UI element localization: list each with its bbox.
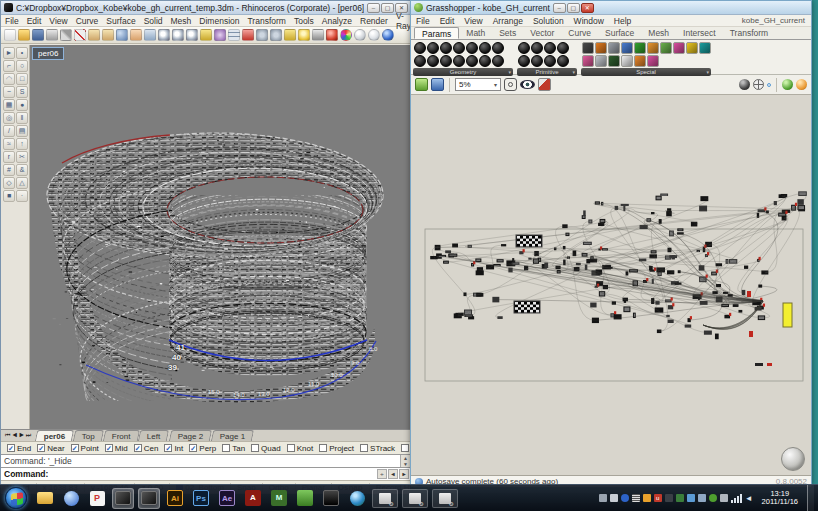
osnap-knot[interactable]: Knot [287, 444, 313, 453]
osnap-end[interactable]: ✓End [7, 444, 31, 453]
zoom-icon[interactable] [158, 29, 170, 41]
rhino-menu-surface[interactable]: Surface [102, 16, 139, 26]
special-param-icon[interactable] [595, 42, 607, 54]
geometry-param-icon[interactable] [440, 42, 452, 54]
osnap-project[interactable]: Project [319, 444, 354, 453]
point-tool-icon[interactable]: • [16, 47, 28, 59]
rhino-menu-view[interactable]: View [45, 16, 71, 26]
taskbar-window-2[interactable] [402, 489, 428, 508]
taskbar-app-dark[interactable] [320, 488, 342, 509]
geometry-param-icon[interactable] [479, 55, 491, 67]
gh-maximize-button[interactable]: ▢ [567, 3, 580, 13]
new-file-icon[interactable] [4, 29, 16, 41]
special-param-icon[interactable] [647, 42, 659, 54]
osnap-int[interactable]: ✓Int [164, 444, 183, 453]
geometry-param-icon[interactable] [492, 42, 504, 54]
tab-sets[interactable]: Sets [492, 27, 523, 39]
gh-canvas[interactable] [411, 95, 811, 475]
surface-tool-icon[interactable]: ▤ [16, 125, 28, 137]
osnap-cen[interactable]: ✓Cen [134, 444, 159, 453]
bake-icon[interactable] [782, 79, 793, 90]
special-param-icon[interactable] [699, 42, 711, 54]
osnap-mid[interactable]: ✓Mid [105, 444, 128, 453]
gh-menu-arrange[interactable]: Arrange [488, 16, 528, 26]
pan-icon[interactable] [130, 29, 142, 41]
special-param-icon[interactable] [660, 42, 672, 54]
taskbar-window-1[interactable] [372, 489, 398, 508]
geometry-param-icon[interactable] [440, 55, 452, 67]
viewport-tab-page1[interactable]: Page 1 [211, 430, 255, 441]
taskbar-app-media-player[interactable] [60, 488, 82, 509]
gh-menu-file[interactable]: File [411, 16, 435, 26]
rhino-menu-solid[interactable]: Solid [140, 16, 167, 26]
tray-icon[interactable] [720, 494, 728, 502]
gh-open-icon[interactable] [415, 78, 428, 91]
shaded-view-icon[interactable] [354, 29, 366, 41]
move-obj-tool-icon[interactable]: △ [16, 177, 28, 189]
group-geometry-label[interactable]: Geometry▾ [413, 68, 513, 76]
geometry-param-icon[interactable] [479, 42, 491, 54]
osnap-point[interactable]: ✓Point [71, 444, 99, 453]
cut-icon[interactable] [60, 29, 72, 41]
primitive-param-icon[interactable] [557, 42, 569, 54]
paste-icon[interactable] [102, 29, 114, 41]
pipe-tool-icon[interactable]: ‖ [16, 112, 28, 124]
rendered-view-icon[interactable] [382, 29, 394, 41]
osnap-near[interactable]: ✓Near [37, 444, 64, 453]
gh-menu-edit[interactable]: Edit [435, 16, 460, 26]
taskbar-app-explorer[interactable] [34, 488, 56, 509]
render-sphere-icon[interactable] [326, 29, 338, 41]
loft-tool-icon[interactable]: ≈ [3, 138, 15, 150]
sphere-tool-icon[interactable]: ● [16, 99, 28, 111]
taskbar-app-illustrator[interactable]: Ai [164, 488, 186, 509]
taskbar-app-3dsmax[interactable]: M [268, 488, 290, 509]
preview-eye-icon[interactable] [520, 80, 535, 89]
canvas-compass-widget[interactable] [781, 447, 805, 471]
gh-save-icon[interactable] [431, 78, 444, 91]
tray-icon[interactable] [643, 494, 651, 502]
group-special-label[interactable]: Special▾ [581, 68, 711, 76]
taskbar-app-rhino-1[interactable] [112, 488, 134, 509]
taskbar-app-google-earth[interactable] [346, 488, 368, 509]
rhino-menu-edit[interactable]: Edit [23, 16, 46, 26]
join-tool-icon[interactable]: & [16, 164, 28, 176]
special-param-icon[interactable] [634, 42, 646, 54]
sketch-tool-icon[interactable] [538, 78, 551, 91]
preview-shaded-selected[interactable] [767, 83, 771, 87]
taskbar-app-pdf[interactable]: P [86, 488, 108, 509]
command-input[interactable]: Command: ÷◂▸ [1, 467, 410, 480]
rhino-menu-analyze[interactable]: Analyze [318, 16, 356, 26]
geometry-param-icon[interactable] [466, 42, 478, 54]
group-primitive-label[interactable]: Primitive▾ [517, 68, 577, 76]
curve-tool-icon[interactable]: ~ [3, 86, 15, 98]
rhino-menu-curve[interactable]: Curve [72, 16, 103, 26]
command-split-button[interactable]: ÷ [377, 469, 387, 479]
start-button[interactable] [5, 487, 27, 509]
command-prev-button[interactable]: ◂ [388, 469, 398, 479]
tray-icon[interactable] [698, 494, 706, 502]
gh-menu-window[interactable]: Window [569, 16, 609, 26]
tab-curve[interactable]: Curve [561, 27, 598, 39]
viewport-title[interactable]: per06 [32, 47, 64, 60]
show-desktop-button[interactable] [807, 485, 814, 511]
polyline-tool-icon[interactable]: ⌐ [3, 60, 15, 72]
primitive-param-icon[interactable] [518, 42, 530, 54]
preview-off-icon[interactable] [739, 79, 750, 90]
delete-icon[interactable] [74, 29, 86, 41]
extrude-up-tool-icon[interactable]: ↑ [16, 138, 28, 150]
geometry-param-icon[interactable] [466, 55, 478, 67]
save-icon[interactable] [32, 29, 44, 41]
lock-icon[interactable] [284, 29, 296, 41]
special-param-icon[interactable] [686, 42, 698, 54]
taskbar-app-photoshop[interactable]: Ps [190, 488, 212, 509]
primitive-param-icon[interactable] [544, 42, 556, 54]
key-icon[interactable] [200, 29, 212, 41]
command-next-button[interactable]: ▸ [399, 469, 409, 479]
tray-icon[interactable] [610, 494, 618, 502]
tab-surface[interactable]: Surface [598, 27, 641, 39]
primitive-param-icon[interactable] [544, 55, 556, 67]
rhino-menu-render[interactable]: Render [356, 16, 392, 26]
tab-mesh[interactable]: Mesh [641, 27, 676, 39]
zoom-level-select[interactable]: 5%▾ [455, 78, 501, 91]
rotate-obj-tool-icon[interactable]: ■ [3, 190, 15, 202]
